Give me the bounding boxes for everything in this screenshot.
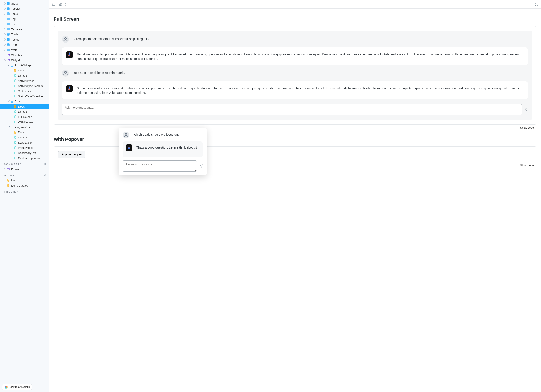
tree-item-primarytext[interactable]: PrimaryText: [0, 145, 49, 150]
tree-item-default[interactable]: Default: [0, 73, 49, 78]
show-code-button[interactable]: Show code: [518, 125, 536, 130]
chevron-right-icon[interactable]: [4, 13, 6, 15]
tree-item-statuscolor[interactable]: StatusColor: [0, 140, 49, 145]
component-icon: [7, 28, 10, 31]
tree-item-tree[interactable]: Tree: [0, 42, 49, 47]
chevron-down-icon[interactable]: [8, 100, 10, 102]
component-icon: [7, 43, 10, 46]
tree-item-wavebar[interactable]: Wavebar: [0, 52, 49, 57]
story-icon: [14, 136, 17, 139]
chat-input[interactable]: [62, 104, 522, 115]
expand-icon[interactable]: [44, 190, 46, 193]
tree-item-icons-catalog[interactable]: Icons Catalog: [0, 183, 49, 188]
chevron-right-icon[interactable]: [4, 28, 6, 30]
expand-icon[interactable]: [44, 174, 46, 177]
tree-item-chat[interactable]: Chat: [0, 99, 49, 104]
caret-spacer: [11, 69, 13, 72]
component-tree[interactable]: SwitchTabListTableTagTextTextareaToolbar…: [0, 0, 49, 392]
tree-item-label: ActivityWidget: [15, 64, 32, 67]
message-text: Thats a good question. Let me think abou…: [136, 145, 200, 154]
tree-item-textarea[interactable]: Textarea: [0, 27, 49, 32]
tree-item-label: PrimaryText: [18, 146, 33, 149]
component-icon: [7, 2, 10, 5]
chevron-down-icon[interactable]: [4, 59, 6, 61]
doc-icon: [14, 69, 17, 72]
tree-item-tooltip[interactable]: Tooltip: [0, 37, 49, 42]
component-icon: [7, 38, 10, 41]
fullscreen-icon[interactable]: [535, 3, 538, 6]
expand-icon[interactable]: [44, 163, 46, 166]
chevron-right-icon[interactable]: [4, 44, 6, 46]
component-icon: [7, 33, 10, 36]
chevron-right-icon[interactable]: [4, 7, 6, 10]
tree-item-activitytypeoverride[interactable]: ActivityTypeOverride: [0, 83, 49, 89]
tree-item-label: StatusColor: [18, 141, 33, 144]
chevron-right-icon[interactable]: [4, 18, 6, 20]
message-text: Sed ut perspiciatis unde omnis iste natu…: [77, 85, 524, 95]
user-avatar: [123, 132, 130, 138]
chat-input[interactable]: [123, 160, 197, 172]
caret-spacer: [11, 147, 13, 149]
back-to-chromatic-button[interactable]: Back to Chromatic: [2, 384, 32, 390]
chevron-right-icon[interactable]: [4, 49, 6, 51]
tree-item-default[interactable]: Default: [0, 135, 49, 140]
caret-spacer: [11, 105, 13, 108]
tree-item-docs[interactable]: Docs: [0, 130, 49, 135]
chat-panel: Lorem ipsum dolor sit amet, consectetur …: [58, 31, 532, 120]
chevron-right-icon[interactable]: [4, 33, 6, 35]
tree-item-label: Docs: [18, 69, 25, 72]
story-icon: [14, 74, 17, 77]
docs-canvas[interactable]: Full Screen Lorem ipsum dolor sit amet, …: [49, 9, 541, 392]
tree-item-label: Tag: [11, 17, 16, 21]
chevron-right-icon[interactable]: [4, 23, 6, 25]
tree-item-default[interactable]: Default: [0, 109, 49, 114]
main-panel: Full Screen Lorem ipsum dolor sit amet, …: [49, 0, 541, 392]
tree-item-widget[interactable]: Widget: [0, 57, 49, 63]
send-icon[interactable]: [524, 107, 528, 111]
component-icon: [10, 125, 13, 129]
tree-item-label: With Popover: [18, 120, 35, 124]
tree-item-progressstat[interactable]: ProgressStat: [0, 125, 49, 130]
tree-item-customseparator[interactable]: CustomSeparator: [0, 155, 49, 161]
bot-message: Sed do eiusmod tempor incididunt ut labo…: [62, 47, 528, 65]
tree-item-docs[interactable]: Docs: [0, 68, 49, 73]
chevron-right-icon[interactable]: [4, 38, 6, 41]
tree-item-forms[interactable]: Forms: [0, 167, 49, 172]
tree-item-full-screen[interactable]: Full Screen: [0, 114, 49, 119]
grid-icon[interactable]: [58, 3, 62, 6]
popover-trigger-button[interactable]: Popover trigger: [58, 151, 85, 158]
chevron-right-icon[interactable]: [4, 2, 6, 5]
show-code-button[interactable]: Show code: [518, 163, 536, 168]
send-icon[interactable]: [199, 164, 203, 168]
focus-icon[interactable]: [65, 3, 69, 6]
tree-item-switch[interactable]: Switch: [0, 1, 49, 6]
tree-item-statustypeoverride[interactable]: StatusTypeOverride: [0, 94, 49, 99]
chevron-down-icon[interactable]: [8, 126, 10, 128]
tree-item-tablist[interactable]: TabList: [0, 6, 49, 11]
bot-avatar: [66, 85, 73, 92]
photo-icon[interactable]: [52, 3, 55, 6]
chevron-right-icon[interactable]: [4, 168, 6, 170]
tree-item-toolbar[interactable]: Toolbar: [0, 32, 49, 37]
tree-item-activitytypes[interactable]: ActivityTypes: [0, 78, 49, 83]
section-icons[interactable]: ICONS: [0, 172, 49, 178]
user-message: Duis aute irure dolor in reprehenderit?: [62, 70, 528, 77]
tree-item-text[interactable]: Text: [0, 21, 49, 27]
tree-item-tag[interactable]: Tag: [0, 16, 49, 21]
section-concepts[interactable]: CONCEPTS: [0, 161, 49, 167]
tree-item-activitywidget[interactable]: ActivityWidget: [0, 63, 49, 68]
tree-item-wait[interactable]: Wait: [0, 47, 49, 52]
tree-item-with-popover[interactable]: With Popover: [0, 119, 49, 125]
tree-item-statustypes[interactable]: StatusTypes: [0, 89, 49, 94]
tree-item-docs[interactable]: Docs: [0, 104, 49, 109]
tree-item-table[interactable]: Table: [0, 11, 49, 16]
chevron-right-icon[interactable]: [8, 64, 10, 66]
tree-item-icons[interactable]: Icons: [0, 178, 49, 183]
section-preview[interactable]: PREVIEW: [0, 188, 49, 194]
folder-icon: [7, 53, 10, 57]
chevron-right-icon[interactable]: [4, 54, 6, 56]
tree-item-secondarytext[interactable]: SecondaryText: [0, 150, 49, 155]
component-icon: [7, 7, 10, 10]
story-icon: [14, 157, 17, 160]
doc-icon: [7, 184, 10, 187]
